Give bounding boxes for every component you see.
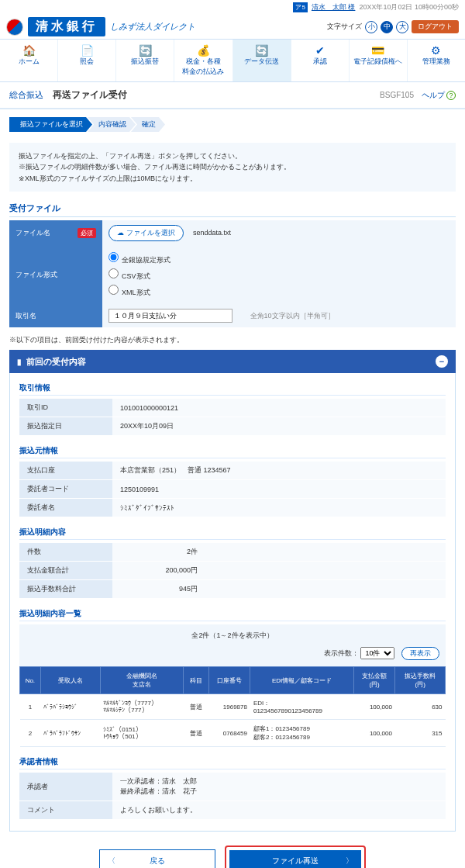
comment-value: よろしくお願いします。 (112, 801, 446, 820)
help-link[interactable]: ヘルプ? (422, 90, 456, 101)
nav-icon: 💳 (351, 44, 405, 57)
sum-amt-label: 支払金額合計 (19, 562, 112, 580)
action-bar: 戻る ファイル再送 (9, 832, 456, 868)
src-info-title: 振込元情報 (19, 445, 446, 458)
detail-table: No.受取人名金融機関名支店名科目口座番号EDI情報／顧客コード支払金額(円)振… (19, 666, 446, 747)
col-header: 科目 (183, 667, 208, 694)
page-title: 再送ファイル受付 (53, 88, 127, 102)
nav-icon: ⚙ (409, 44, 463, 57)
nav-icon: 📄 (60, 44, 114, 57)
src-code-value: 1250109991 (112, 480, 446, 499)
top-bar: ア5 清水 太郎 様 20XX年10月02日 10時00分00秒 (0, 0, 465, 15)
main-button-highlight: ファイル再送 (225, 846, 366, 868)
prev-note: ※以下の項目は、前回受け付けた内容が表示されます。 (9, 335, 456, 345)
collapse-icon[interactable]: − (436, 355, 448, 368)
sum-title: 振込明細内容 (19, 527, 446, 540)
nav-icon: 🔄 (235, 44, 289, 57)
font-size-label: 文字サイズ (327, 22, 362, 32)
recv-form: ファイル名必須 ファイルを選択 senddata.txt ファイル形式 全銀協規… (9, 220, 456, 327)
step-0: 振込ファイルを選択 (9, 117, 92, 132)
title-bar: 総合振込 再送ファイル受付 BSGF105 ヘルプ? (0, 82, 465, 109)
nav-item-1[interactable]: 📄照会 (58, 40, 116, 81)
txn-name-input[interactable] (108, 309, 232, 323)
sum-fee-value: 945円 (112, 580, 205, 599)
bank-name: 清水銀行 (28, 17, 105, 36)
disp-select[interactable]: 10件 (360, 647, 394, 659)
logout-button[interactable]: ログアウト (412, 20, 459, 33)
sum-cnt-value: 2件 (112, 543, 205, 562)
selected-filename: senddata.txt (193, 229, 231, 237)
help-icon: ? (446, 91, 456, 100)
recv-section-title: 受付ファイル (9, 202, 456, 217)
txn-date-value: 20XX年10月09日 (112, 417, 446, 436)
screen-code: BSGF105 (380, 91, 414, 99)
txn-info-title: 取引情報 (19, 382, 446, 396)
txn-id-label: 取引ID (19, 399, 112, 417)
table-row: 1ﾊﾞﾗﾊﾞﾗｼﾖｳｼﾞﾏﾙﾏﾙｷﾞﾝｺｳ（7777）ﾏﾙﾏﾙｼﾃﾝ（777）普… (20, 694, 446, 720)
font-size-medium[interactable]: 中 (381, 21, 393, 33)
file-select-button[interactable]: ファイルを選択 (108, 225, 184, 241)
nav-icon: 🔄 (118, 44, 172, 57)
src-name-value: ｼﾐｽﾞﾀﾞｲﾌﾞｻﾝﾃｽﾄ (112, 499, 446, 517)
prev-panel-header: 前回の受付内容 − (9, 350, 456, 373)
redisplay-button[interactable]: 再表示 (401, 647, 439, 660)
col-header: 受取人名 (40, 667, 100, 694)
font-size-small[interactable]: 小 (365, 21, 377, 33)
step-indicator: 振込ファイルを選択内容確認確定 (0, 109, 465, 140)
format-radio-1[interactable]: CSV形式 (108, 267, 450, 283)
col-header: 支払金額(円) (353, 667, 395, 694)
nav-item-3[interactable]: 💰税金・各種料金の払込み (174, 40, 232, 81)
list-caption: 全2件（1～2件を表示中） (19, 624, 446, 644)
approver-value: 一次承認者：清水 太郎最終承認者：清水 花子 (112, 773, 446, 801)
nav-icon: 💰 (176, 44, 230, 57)
file-label: ファイル名必須 (9, 220, 102, 246)
bank-logo-icon (6, 19, 23, 36)
step-2: 確定 (131, 117, 165, 132)
step-1: 内容確認 (88, 117, 136, 132)
src-code-label: 委託者コード (19, 480, 112, 499)
nav-item-0[interactable]: 🏠ホーム (0, 40, 58, 81)
timestamp: 20XX年10月02日 10時00分00秒 (359, 2, 459, 12)
nav-icon: 🏠 (2, 44, 56, 57)
user-badge-icon: ア5 (293, 2, 307, 12)
nav-item-6[interactable]: 💳電子記録債権へ (350, 40, 408, 81)
col-header: 振込手数料(円) (395, 667, 446, 694)
disp-label: 表示件数： (324, 649, 359, 657)
txn-name-hint: 全角10文字以内［半角可］ (250, 312, 335, 320)
col-header: 金融機関名支店名 (100, 667, 183, 694)
service-name: しみず法人ダイレクト (110, 21, 195, 33)
src-acct-label: 支払口座 (19, 462, 112, 480)
approver-label: 承認者 (19, 773, 112, 801)
main-nav: 🏠ホーム📄照会🔄振込振替💰税金・各種料金の払込み🔄データ伝送✔承認💳電子記録債権… (0, 39, 465, 82)
file-resend-button[interactable]: ファイル再送 (229, 850, 361, 868)
size-bar: 清水銀行 しみず法人ダイレクト 文字サイズ 小 中 大 ログアウト (0, 15, 465, 39)
txn-id-value: 101001000000121 (112, 399, 446, 417)
font-size-large[interactable]: 大 (396, 21, 408, 33)
table-row: 2ﾊﾞﾗﾊﾞﾗﾌﾄﾞｳｻﾝｼﾐｽﾞ（0151）ﾄｳｷｮｳ（501）普通07684… (20, 720, 446, 747)
txn-name-label: 取引名 (9, 304, 102, 327)
appr-title: 承認者情報 (19, 756, 446, 769)
col-header: No. (20, 667, 41, 694)
required-badge: 必須 (78, 228, 96, 238)
instructions: 振込ファイルを指定の上、「ファイル再送」ボタンを押してください。※振込ファイルの… (9, 143, 456, 192)
back-button[interactable]: 戻る (99, 849, 215, 868)
sum-amt-value: 200,000円 (112, 562, 205, 580)
list-controls: 表示件数： 10件 再表示 (19, 644, 446, 666)
nav-item-2[interactable]: 🔄振込振替 (116, 40, 174, 81)
user-link[interactable]: 清水 太郎 様 (312, 2, 356, 12)
src-acct-value: 本店営業部（251） 普通 1234567 (112, 462, 446, 480)
format-radio-2[interactable]: XML形式 (108, 283, 450, 299)
comment-label: コメント (19, 801, 112, 820)
txn-date-label: 振込指定日 (19, 417, 112, 436)
nav-item-4[interactable]: 🔄データ伝送 (233, 40, 291, 81)
sum-cnt-label: 件数 (19, 543, 112, 562)
sum-fee-label: 振込手数料合計 (19, 580, 112, 599)
format-label: ファイル形式 (9, 246, 102, 304)
list-title: 振込明細内容一覧 (19, 608, 446, 621)
nav-item-7[interactable]: ⚙管理業務 (408, 40, 465, 81)
col-header: EDI情報／顧客コード (250, 667, 353, 694)
prev-panel-body: 取引情報 取引ID101001000000121 振込指定日20XX年10月09… (9, 373, 456, 832)
format-radio-0[interactable]: 全銀協規定形式 (108, 251, 450, 267)
nav-item-5[interactable]: ✔承認 (291, 40, 350, 81)
nav-icon: ✔ (293, 44, 347, 57)
